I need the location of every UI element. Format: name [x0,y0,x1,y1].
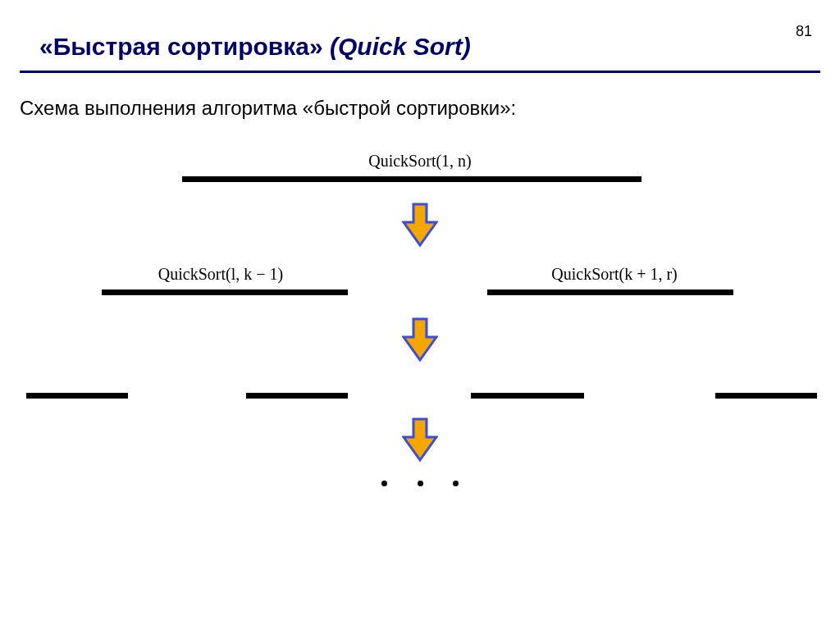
level3-segment-bar-3 [471,393,584,399]
arrow-level2-to-level3 [402,317,438,363]
level3-segment-bar-1 [26,393,128,399]
level2-left-segment-bar [102,289,348,295]
subtitle: Схема выполнения алгоритма «быстрой сорт… [20,97,516,120]
page-number: 81 [796,23,812,40]
arrow-shape [404,204,436,245]
title-underline [20,71,820,73]
down-arrow-icon [402,417,438,463]
recursion-diagram: QuickSort(1, n) QuickSort(l, k − 1) Quic… [20,152,820,555]
dot-icon [453,481,459,486]
level3-segment-bar-4 [715,393,817,399]
level2-left-call-label: QuickSort(l, k − 1) [130,265,311,284]
arrow-level3-to-continuation [402,417,438,463]
level2-right-segment-bar [487,289,733,295]
level1-call-label: QuickSort(1, n) [20,152,820,171]
level2-right-call-label: QuickSort(k + 1, r) [524,265,705,284]
arrow-shape [404,419,436,460]
title-italic-part: (Quick Sort) [330,33,471,60]
down-arrow-icon [402,203,438,248]
slide-title: «Быстрая сортировка» (Quick Sort) [39,33,471,61]
level3-segment-bar-2 [246,393,348,399]
continuation-dots [20,475,820,490]
title-bold-part: «Быстрая сортировка» [39,33,330,60]
dot-icon [418,481,423,486]
dot-icon [381,481,387,486]
arrow-level1-to-level2 [402,203,438,248]
arrow-shape [404,319,436,360]
down-arrow-icon [402,317,438,363]
level1-segment-bar [182,176,641,182]
